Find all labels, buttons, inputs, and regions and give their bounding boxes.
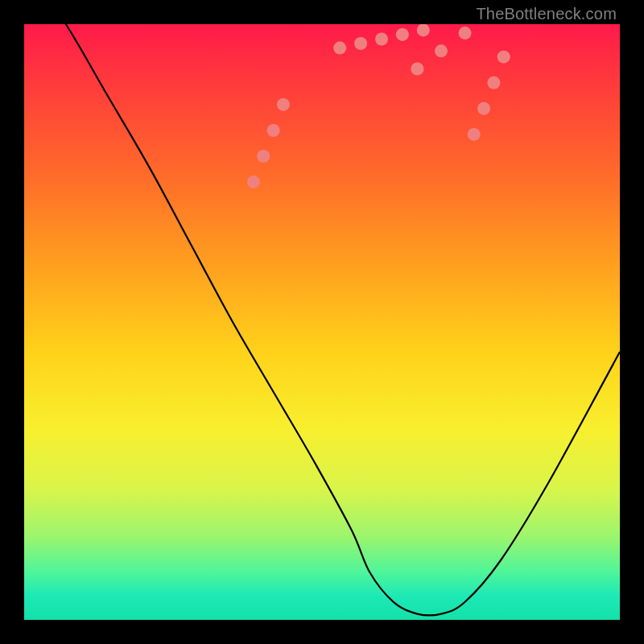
curve-marker	[435, 44, 448, 57]
curve-marker	[477, 102, 490, 115]
curve-marker	[497, 51, 510, 64]
curve-marker	[459, 27, 472, 39]
curve-layer	[24, 24, 620, 620]
curve-marker	[468, 128, 481, 141]
plot-area	[24, 24, 620, 620]
curve-marker	[396, 28, 409, 41]
curve-marker	[417, 24, 430, 36]
curve-markers	[247, 24, 510, 188]
curve-marker	[247, 175, 260, 188]
curve-marker	[267, 124, 280, 137]
bottleneck-curve	[24, 24, 620, 615]
curve-marker	[411, 63, 423, 76]
curve-marker	[277, 98, 290, 111]
curve-marker	[257, 150, 270, 163]
curve-marker	[487, 76, 500, 89]
chart-container: TheBottleneck.com	[0, 0, 644, 644]
curve-marker	[354, 37, 367, 50]
curve-marker	[333, 42, 346, 55]
curve-marker	[375, 33, 388, 46]
watermark-text: TheBottleneck.com	[476, 5, 617, 23]
